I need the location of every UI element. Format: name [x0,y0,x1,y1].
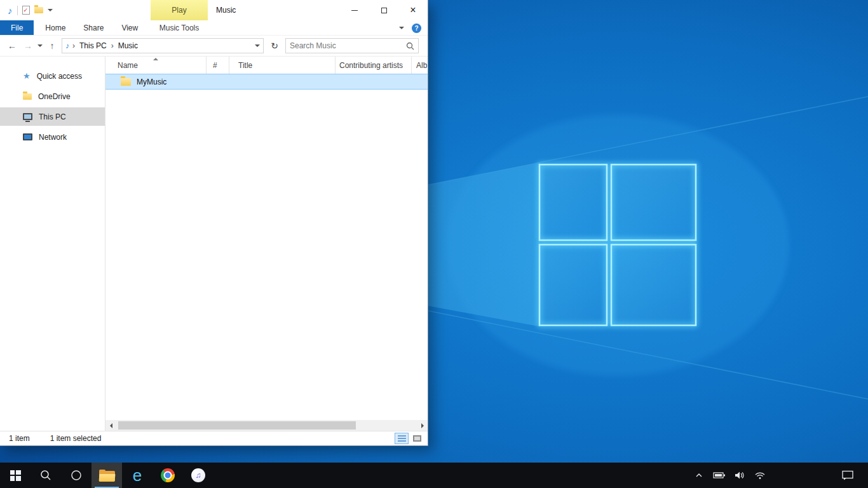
taskbar: e ♫ [0,463,868,488]
close-button[interactable]: × [398,0,428,20]
onedrive-icon [23,93,32,100]
sidebar-item-quick-access[interactable]: ★ Quick access [0,67,105,85]
app-music-icon: ♪ [8,6,13,15]
breadcrumb-music[interactable]: Music [117,41,139,50]
item-count: 1 item [9,434,30,443]
tab-share[interactable]: Share [74,20,112,35]
file-explorer-icon [99,470,115,482]
tab-music-tools[interactable]: Music Tools [151,20,208,36]
scroll-right-icon [421,423,424,428]
search-icon[interactable] [406,42,414,50]
column-header-contributing-artists[interactable]: Contributing artists [336,57,412,74]
titlebar[interactable]: ♪ Play Music × [0,0,428,20]
sort-ascending-icon [153,58,158,60]
battery-icon [713,471,726,479]
music-note-glyph: ♫ [196,471,201,479]
new-folder-icon[interactable] [34,7,43,13]
start-button[interactable] [0,463,31,488]
file-explorer-button[interactable] [92,463,122,488]
computer-icon [23,113,32,120]
details-view-button[interactable] [395,433,409,444]
address-dropdown-chevron-icon[interactable] [255,44,260,47]
sidebar-item-onedrive[interactable]: OneDrive [0,87,105,105]
tab-view[interactable]: View [112,20,147,35]
maximize-button[interactable] [369,0,398,20]
ribbon-right-controls: ? [399,20,421,36]
view-toggles [395,433,424,444]
column-header-number[interactable]: # [207,57,229,74]
scroll-left-icon [110,423,112,428]
folder-icon [121,78,131,86]
taskbar-search-button[interactable] [31,463,61,488]
battery-button[interactable] [712,463,727,488]
window-title: Music [216,0,236,20]
minimize-icon [351,10,358,11]
forward-button[interactable]: → [22,41,34,51]
start-icon [10,470,21,481]
system-tray [691,463,768,488]
volume-button[interactable] [732,463,747,488]
horizontal-scrollbar[interactable] [105,420,428,431]
toolbar-separator [17,6,18,15]
scroll-left-button[interactable] [105,420,116,431]
contextual-tab-group[interactable]: Play [151,0,208,20]
chrome-button[interactable] [153,463,183,488]
address-bar[interactable]: ♪ › This PC › Music [62,38,264,53]
large-icons-view-icon [413,435,421,442]
sidebar-item-this-pc[interactable]: This PC [0,107,105,126]
properties-icon[interactable] [22,6,30,15]
column-header-album[interactable]: Alb [412,57,428,74]
recent-locations-chevron-icon[interactable] [37,44,43,47]
search-icon [40,470,51,481]
details-view-icon [398,435,406,442]
column-label: Name [118,61,138,70]
chevron-up-icon [695,472,703,478]
cortana-button[interactable] [61,463,92,488]
internet-explorer-button[interactable]: e [122,463,153,488]
refresh-button[interactable]: ↻ [267,38,282,53]
location-music-icon: ♪ [65,42,69,50]
customize-toolbar-chevron-icon[interactable] [48,9,53,11]
explorer-window: ♪ Play Music × File Home Share View Musi… [0,0,428,446]
sidebar-item-network[interactable]: Network [0,128,105,146]
breadcrumb-this-pc[interactable]: This PC [78,41,108,50]
column-label: # [213,61,217,70]
speaker-icon [735,471,745,480]
back-button[interactable]: ← [6,41,18,51]
file-row-mymusic[interactable]: MyMusic [105,74,428,90]
minimize-button[interactable] [340,0,369,20]
tab-file[interactable]: File [0,20,34,35]
close-icon: × [410,5,416,15]
search-box [285,38,419,53]
sidebar-item-label: Quick access [37,72,82,81]
maximize-icon [381,8,387,13]
action-center-button[interactable] [836,463,859,488]
scrollbar-thumb[interactable] [118,421,356,430]
expand-ribbon-chevron-icon[interactable] [399,27,404,29]
show-hidden-icons-button[interactable] [691,463,707,488]
column-header-title[interactable]: Title [229,57,336,74]
tab-home[interactable]: Home [36,20,74,35]
help-button[interactable]: ? [412,24,421,33]
search-input[interactable] [290,41,403,50]
network-button[interactable] [752,463,768,488]
internet-explorer-icon: e [133,467,142,484]
cortana-icon [71,470,82,481]
scroll-right-button[interactable] [417,420,428,431]
selection-count: 1 item selected [50,434,102,443]
quick-access-toolbar: ♪ [0,6,53,15]
column-header-name[interactable]: Name [105,57,207,74]
large-icons-view-button[interactable] [410,433,424,444]
column-label: Title [238,61,252,70]
sidebar-item-label: OneDrive [38,92,71,101]
window-body: ★ Quick access OneDrive This PC Network … [0,57,428,431]
chrome-icon [161,468,175,482]
sidebar-item-label: Network [39,133,67,142]
breadcrumb-separator: › [72,41,75,50]
up-button[interactable]: ↑ [46,41,58,51]
breadcrumb-separator: › [111,41,114,50]
sidebar-item-label: This PC [39,112,66,121]
column-label: Alb [416,61,427,70]
itunes-button[interactable]: ♫ [183,463,214,488]
scrollbar-track[interactable] [116,420,417,431]
